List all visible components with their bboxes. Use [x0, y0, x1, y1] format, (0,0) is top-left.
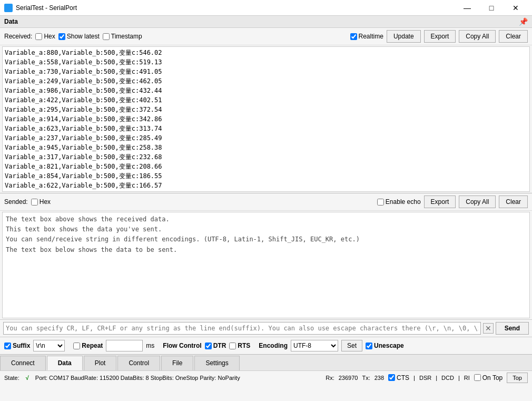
received-copy-all-button[interactable]: Copy All: [459, 30, 496, 43]
received-toolbar: Received: Hex Show latest Timestamp Real…: [0, 28, 532, 45]
dsr-label: DSR: [419, 375, 431, 381]
suffix-label: Suffix: [13, 342, 30, 349]
sended-hex-checkbox[interactable]: [31, 199, 38, 206]
tab-settings[interactable]: Settings: [194, 356, 239, 370]
received-line: Variable_a:854,Variable_b:500,变量c:186.55: [5, 171, 527, 181]
rx-label: Rx:: [326, 375, 334, 381]
timestamp-checkbox[interactable]: [103, 33, 110, 40]
tab-plot[interactable]: Plot: [84, 356, 117, 370]
repeat-checkbox-label[interactable]: Repeat: [73, 342, 103, 349]
repeat-checkbox[interactable]: [73, 343, 80, 349]
rts-checkbox-label[interactable]: RTS: [229, 342, 250, 349]
sep1: |: [413, 375, 415, 381]
received-label: Received:: [4, 33, 32, 40]
enable-echo-checkbox-label[interactable]: Enable echo: [377, 198, 421, 206]
repeat-input[interactable]: 1000: [106, 340, 143, 351]
sep3: |: [458, 375, 460, 381]
sended-area: Sended: Hex Enable echo Export Copy All …: [0, 193, 532, 319]
send-button[interactable]: Send: [496, 322, 529, 335]
realtime-checkbox[interactable]: [350, 33, 357, 40]
update-button[interactable]: Update: [387, 30, 421, 43]
status-right: Rx:236970Tx:238CTS|DSR|DCD|RIOn TopTop: [326, 373, 528, 383]
realtime-checkbox-label[interactable]: Realtime: [350, 33, 383, 40]
hex-checkbox[interactable]: [35, 33, 42, 40]
show-latest-label: Show latest: [67, 33, 100, 40]
app-icon: [4, 4, 13, 12]
cts-checkbox[interactable]: [388, 374, 395, 381]
flow-control-group: Flow Control DTR RTS: [163, 342, 250, 349]
dtr-checkbox[interactable]: [205, 343, 212, 349]
received-line: Variable_a:730,Variable_b:500,变量c:491.05: [5, 67, 527, 76]
state-value: √: [26, 375, 29, 381]
received-line: Variable_a:623,Variable_b:500,变量c:313.74: [5, 124, 527, 133]
clear-input-button[interactable]: ✕: [483, 323, 494, 334]
top-button[interactable]: Top: [507, 373, 528, 383]
rx-value: 236970: [339, 375, 358, 381]
controls-row: Suffix \r\n\n\rNone Repeat 1000 ms Flow …: [0, 337, 532, 354]
dtr-checkbox-label[interactable]: DTR: [205, 342, 226, 349]
rts-label: RTS: [238, 342, 250, 349]
received-text-area: Variable_a:880,Variable_b:500,变量c:546.02…: [2, 46, 530, 192]
received-line: Variable_a:622,Variable_b:500,变量c:166.57: [5, 181, 527, 190]
sended-copy-all-button[interactable]: Copy All: [459, 195, 496, 208]
rts-checkbox[interactable]: [229, 343, 236, 349]
ms-label: ms: [146, 342, 154, 349]
suffix-checkbox[interactable]: [4, 343, 11, 349]
received-line: Variable_a:295,Variable_b:500,变量c:372.54: [5, 105, 527, 114]
state-label: State:: [4, 375, 19, 381]
suffix-checkbox-label[interactable]: Suffix: [4, 342, 30, 349]
suffix-select[interactable]: \r\n\n\rNone: [33, 340, 65, 351]
tabs-row: ConnectDataPlotControlFileSettings: [0, 354, 532, 370]
unescape-checkbox-label[interactable]: Unescape: [366, 342, 404, 349]
repeat-group: Repeat 1000 ms: [73, 340, 154, 351]
tab-control[interactable]: Control: [117, 356, 160, 370]
cts-label: CTS: [397, 374, 409, 382]
section-label: Data: [4, 18, 18, 25]
on-top-checkbox-label[interactable]: On Top: [474, 374, 503, 382]
enable-echo-label: Enable echo: [386, 198, 421, 206]
received-line: Variable_a:558,Variable_b:500,变量c:519.13: [5, 57, 527, 67]
received-line: Variable_a:880,Variable_b:500,变量c:546.02: [5, 48, 527, 57]
section-header: Data 📌: [0, 16, 532, 28]
tab-data[interactable]: Data: [47, 356, 83, 370]
received-line: Variable_a:237,Variable_b:500,变量c:285.49: [5, 133, 527, 143]
minimize-button[interactable]: —: [455, 0, 479, 16]
set-button[interactable]: Set: [341, 340, 362, 351]
sended-hex-checkbox-label[interactable]: Hex: [31, 198, 51, 206]
unescape-checkbox[interactable]: [366, 343, 372, 349]
main-container: Data 📌 Received: Hex Show latest Timesta…: [0, 16, 532, 401]
encoding-label: Encoding: [259, 342, 288, 349]
realtime-label: Realtime: [359, 33, 383, 40]
tx-value: 238: [375, 375, 384, 381]
on-top-checkbox[interactable]: [474, 374, 481, 381]
hex-checkbox-label[interactable]: Hex: [35, 33, 55, 40]
maximize-button[interactable]: □: [479, 0, 504, 16]
close-button[interactable]: ✕: [504, 0, 528, 16]
show-latest-checkbox[interactable]: [58, 33, 65, 40]
tab-file[interactable]: File: [161, 356, 193, 370]
received-line: Variable_a:317,Variable_b:500,变量c:232.68: [5, 152, 527, 162]
window-controls: — □ ✕: [455, 0, 528, 16]
received-clear-button[interactable]: Clear: [499, 30, 528, 43]
unescape-label: Unescape: [374, 342, 404, 349]
enable-echo-checkbox[interactable]: [377, 199, 384, 206]
received-line: Variable_a:821,Variable_b:500,变量c:208.66: [5, 162, 527, 171]
received-line: Variable_a:945,Variable_b:500,变量c:258.38: [5, 143, 527, 152]
sended-clear-button[interactable]: Clear: [499, 195, 528, 208]
encoding-select[interactable]: UTF-8Latin-1Shift_JISEUC_KR: [291, 340, 338, 351]
show-latest-checkbox-label[interactable]: Show latest: [58, 33, 100, 40]
cts-checkbox-label[interactable]: CTS: [388, 374, 409, 382]
received-line: Variable_a:422,Variable_b:500,变量c:402.51: [5, 95, 527, 105]
received-export-button[interactable]: Export: [424, 30, 456, 43]
timestamp-label: Timestamp: [111, 33, 142, 40]
tab-connect[interactable]: Connect: [0, 356, 46, 370]
timestamp-checkbox-label[interactable]: Timestamp: [103, 33, 142, 40]
ri-label: RI: [464, 375, 470, 381]
sended-export-button[interactable]: Export: [424, 195, 456, 208]
sended-line: The text box above shows the received da…: [6, 214, 526, 224]
sended-line: This text box shows the data you've sent…: [6, 224, 526, 234]
received-line: Variable_a:986,Variable_b:500,变量c:432.44: [5, 86, 527, 95]
received-line: Variable_a:249,Variable_b:500,变量c:462.05: [5, 76, 527, 86]
pin-icon[interactable]: 📌: [519, 17, 528, 26]
send-input-field[interactable]: [3, 322, 481, 335]
